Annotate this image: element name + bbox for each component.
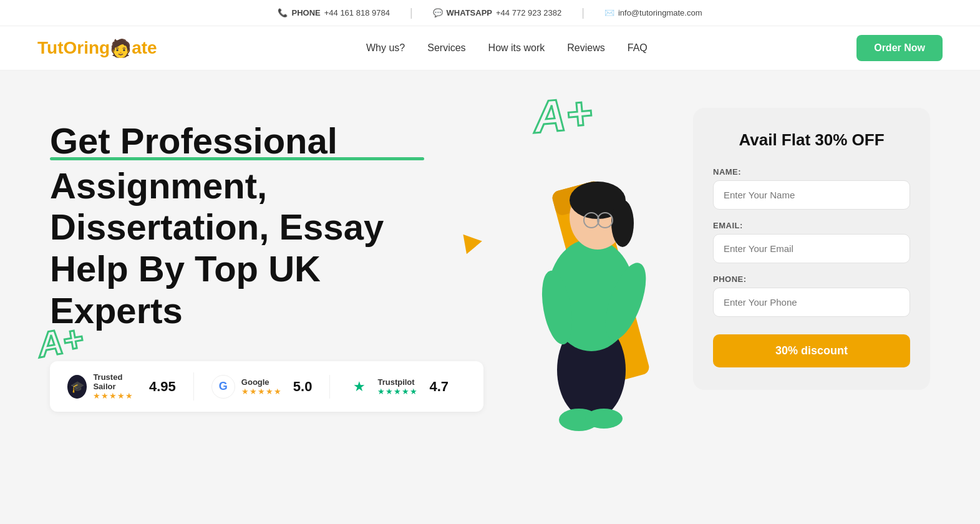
trustpilot-stars: ★★★★★: [377, 387, 418, 396]
hero-title-line2: Assignment,: [50, 165, 267, 206]
whatsapp-number: +44 772 923 2382: [496, 8, 561, 17]
ratings-bar: 🎓 Trusted Sailor ★★★★★ 4.95 G Google ★★★…: [50, 361, 483, 412]
google-info: Google ★★★★★: [241, 377, 282, 396]
trusted-sailor-source: Trusted Sailor: [93, 372, 138, 391]
google-source: Google: [241, 377, 282, 387]
hero-title-line3: Dissertation, Essay: [50, 206, 384, 247]
hero-illustration: A+: [483, 108, 693, 432]
email-field-group: EMAIL:: [713, 221, 910, 263]
svg-point-12: [585, 409, 623, 429]
topbar-divider-2: |: [581, 6, 585, 19]
trusted-sailor-score: 4.95: [149, 379, 176, 395]
logo-figure-icon: 🧑: [110, 38, 132, 59]
hero-title-line1: Get Professional: [50, 120, 337, 161]
google-stars: ★★★★★: [241, 387, 282, 396]
trusted-sailor-stars: ★★★★★: [93, 391, 138, 400]
trustpilot-info: Trustpilot ★★★★★: [377, 377, 418, 396]
form-card: Avail Flat 30% OFF NAME: EMAIL: PHONE: 3…: [693, 108, 930, 390]
trustpilot-icon: ★: [347, 375, 371, 399]
phone-field-group: PHONE:: [713, 274, 910, 317]
nav-links: Why us? Services How its work Reviews FA…: [366, 42, 648, 54]
svg-point-6: [611, 200, 634, 247]
whatsapp-label: WHATSAPP: [447, 8, 492, 17]
discount-submit-button[interactable]: 30% discount: [713, 334, 910, 367]
name-field-group: NAME:: [713, 167, 910, 210]
email-input[interactable]: [713, 234, 910, 263]
phone-number: +44 161 818 9784: [324, 8, 390, 17]
whatsapp-icon: 💬: [433, 8, 443, 17]
rating-trustpilot: ★ Trustpilot ★★★★★ 4.7: [330, 375, 466, 399]
nav-item-reviews[interactable]: Reviews: [567, 42, 604, 54]
order-now-button[interactable]: Order Now: [856, 35, 943, 61]
nav-item-faq[interactable]: FAQ: [628, 42, 648, 54]
email-icon: ✉️: [604, 8, 614, 17]
topbar-divider-1: |: [410, 6, 413, 19]
hero-title-line5: Experts: [50, 290, 183, 331]
logo-text-orange: TutOring: [37, 38, 110, 58]
a-plus-top-decoration: A+: [531, 87, 594, 143]
hero-left: A+ Get Professional Assignment, Disserta…: [50, 108, 483, 412]
google-score: 5.0: [293, 379, 313, 395]
logo[interactable]: TutOring 🧑 ate: [37, 38, 157, 59]
phone-input[interactable]: [713, 288, 910, 317]
topbar-phone[interactable]: 📞 PHONE +44 161 818 9784: [278, 8, 389, 17]
phone-icon: 📞: [278, 8, 288, 17]
hero-section: A+ Get Professional Assignment, Disserta…: [0, 70, 980, 520]
trusted-sailor-info: Trusted Sailor ★★★★★: [93, 372, 138, 400]
person-svg: [495, 108, 682, 432]
topbar-whatsapp[interactable]: 💬 WHATSAPP +44 772 923 2382: [433, 8, 562, 17]
rating-google: G Google ★★★★★ 5.0: [194, 375, 331, 399]
trustpilot-score: 4.7: [429, 379, 449, 395]
google-icon: G: [211, 375, 235, 399]
nav-item-why-us[interactable]: Why us?: [366, 42, 405, 54]
nav-item-how-it-works[interactable]: How its work: [488, 42, 545, 54]
phone-label: PHONE:: [713, 274, 910, 284]
rating-trusted-sailor: 🎓 Trusted Sailor ★★★★★ 4.95: [67, 372, 194, 400]
email-label: EMAIL:: [713, 221, 910, 230]
name-input[interactable]: [713, 180, 910, 210]
form-title: Avail Flat 30% OFF: [713, 130, 910, 150]
trustpilot-source: Trustpilot: [377, 377, 418, 387]
name-label: NAME:: [713, 167, 910, 177]
arrow-decoration: [463, 231, 483, 254]
phone-label: PHONE: [291, 8, 320, 17]
trusted-sailor-icon: 🎓: [67, 375, 87, 399]
hero-title: Get Professional Assignment, Dissertatio…: [50, 120, 449, 331]
email-address: info@tutoringmate.com: [618, 8, 702, 17]
logo-text-mate: ate: [132, 38, 157, 58]
topbar-email[interactable]: ✉️ info@tutoringmate.com: [604, 8, 702, 17]
hero-title-line4: Help By Top UK: [50, 248, 321, 289]
nav-item-services[interactable]: Services: [427, 42, 465, 54]
navbar: TutOring 🧑 ate Why us? Services How its …: [0, 26, 980, 70]
topbar: 📞 PHONE +44 161 818 9784 | 💬 WHATSAPP +4…: [0, 0, 980, 26]
